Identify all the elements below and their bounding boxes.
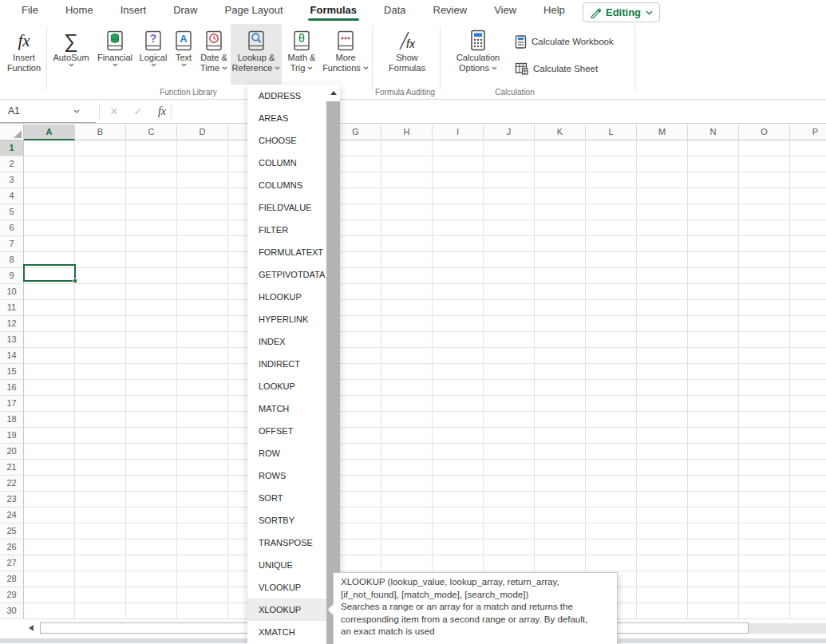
menu-item[interactable]: COLUMNS (247, 174, 326, 196)
row-header[interactable]: 3 (0, 172, 24, 188)
more-functions-button[interactable]: More Functions (321, 24, 370, 85)
row-header[interactable]: 22 (0, 476, 24, 492)
menu-item[interactable]: GETPIVOTDATA (247, 263, 326, 286)
ribbon-tab[interactable]: Formulas (297, 0, 371, 22)
name-box[interactable] (0, 100, 96, 123)
row-header[interactable]: 9 (0, 268, 24, 284)
math-trig-button[interactable]: θ Math & Trig (283, 24, 321, 85)
row-header[interactable]: 12 (0, 316, 24, 332)
menu-item[interactable]: AREAS (247, 107, 326, 129)
row-header[interactable]: 23 (0, 492, 24, 508)
scroll-left-arrow-icon[interactable] (29, 625, 34, 631)
show-formulas-button[interactable]: fx Show Formulas (378, 24, 436, 85)
menu-item[interactable]: INDEX (247, 330, 326, 353)
ribbon-tab[interactable]: Help (530, 0, 579, 22)
menu-item[interactable]: SORT (247, 487, 326, 509)
ribbon-tab[interactable]: Review (420, 0, 481, 22)
ribbon-tab[interactable]: Page Layout (211, 0, 297, 22)
row-header[interactable]: 6 (0, 220, 24, 236)
cells-area[interactable] (24, 140, 826, 619)
menu-item[interactable]: SORTBY (247, 509, 326, 531)
logical-button[interactable]: ? Logical (136, 24, 170, 85)
row-header[interactable]: 24 (0, 508, 24, 523)
ribbon-tab[interactable]: Insert (107, 0, 160, 22)
row-header[interactable]: 21 (0, 460, 24, 476)
menu-item[interactable]: TRANSPOSE (247, 531, 326, 554)
financial-button[interactable]: Financial (93, 24, 136, 85)
row-header[interactable]: 13 (0, 332, 24, 348)
menu-item[interactable]: COLUMN (247, 152, 326, 174)
ribbon-tab[interactable]: Home (52, 0, 107, 22)
row-header[interactable]: 15 (0, 364, 24, 380)
calculate-workbook-button[interactable]: Calculate Workbook (515, 32, 614, 51)
column-header[interactable]: L (586, 124, 637, 140)
menu-item[interactable]: ADDRESS (247, 85, 326, 107)
date-time-button[interactable]: Date & Time (196, 24, 231, 85)
row-header[interactable]: 5 (0, 204, 24, 220)
row-header[interactable]: 25 (0, 523, 24, 539)
column-header[interactable]: M (637, 124, 688, 140)
menu-item[interactable]: MATCH (247, 397, 326, 420)
lookup-reference-button[interactable]: Lookup & Reference (231, 24, 282, 85)
row-header[interactable]: 26 (0, 539, 24, 555)
ribbon-tab[interactable]: File (8, 0, 52, 22)
name-box-input[interactable] (0, 105, 73, 117)
row-header[interactable]: 27 (0, 555, 24, 571)
column-header[interactable]: C (126, 124, 177, 140)
insert-function-fx-button[interactable]: fx (152, 100, 172, 123)
select-all-corner[interactable] (0, 124, 24, 140)
column-header[interactable]: I (433, 124, 484, 140)
row-header[interactable]: 18 (0, 412, 24, 428)
column-header[interactable]: H (381, 124, 433, 140)
ribbon-tab[interactable]: Draw (160, 0, 211, 22)
menu-item[interactable]: ROWS (247, 464, 326, 487)
row-header[interactable]: 8 (0, 252, 24, 268)
calculation-options-button[interactable]: Calculation Options (445, 24, 511, 85)
column-header[interactable]: K (535, 124, 586, 140)
menu-item[interactable]: XLOOKUP (247, 599, 326, 621)
row-header[interactable]: 16 (0, 380, 24, 396)
row-header[interactable]: 20 (0, 444, 24, 460)
column-header[interactable]: B (75, 124, 126, 140)
menu-item[interactable]: ROW (247, 442, 326, 464)
menu-item[interactable]: HLOOKUP (247, 286, 326, 308)
row-header[interactable]: 29 (0, 587, 24, 603)
menu-item[interactable]: CHOOSE (247, 129, 326, 152)
row-header[interactable]: 30 (0, 603, 24, 619)
editing-mode-button[interactable]: Editing (583, 2, 660, 22)
column-header[interactable]: O (739, 124, 790, 140)
calculate-sheet-button[interactable]: Calculate Sheet (515, 59, 614, 78)
menu-item[interactable]: HYPERLINK (247, 308, 326, 330)
cancel-button[interactable]: ✕ (104, 100, 124, 123)
row-header[interactable]: 4 (0, 188, 24, 204)
text-button[interactable]: A Text (169, 24, 198, 85)
scroll-up-button[interactable] (326, 85, 340, 101)
menu-item[interactable]: FORMULATEXT (247, 241, 326, 263)
ribbon-tab[interactable]: Data (370, 0, 419, 22)
enter-button[interactable]: ✓ (128, 100, 148, 123)
menu-item[interactable]: INDIRECT (247, 353, 326, 375)
row-header[interactable]: 1 (0, 140, 24, 156)
fill-handle[interactable] (73, 279, 77, 283)
column-header[interactable]: P (790, 124, 826, 140)
menu-item[interactable]: FILTER (247, 219, 326, 241)
horizontal-scrollbar-track[interactable] (749, 623, 826, 634)
menu-item[interactable]: VLOOKUP (247, 576, 326, 599)
menu-item[interactable]: FIELDVALUE (247, 196, 326, 219)
insert-function-button[interactable]: fx Insert Function (2, 24, 46, 85)
row-header[interactable]: 2 (0, 156, 24, 172)
menu-scrollbar-thumb[interactable] (326, 101, 340, 644)
column-header[interactable]: N (688, 124, 739, 140)
row-header[interactable]: 7 (0, 236, 24, 252)
column-header[interactable]: J (484, 124, 535, 140)
menu-item[interactable]: LOOKUP (247, 375, 326, 397)
menu-item[interactable]: OFFSET (247, 420, 326, 442)
ribbon-tab[interactable]: View (480, 0, 530, 22)
column-header[interactable]: A (24, 124, 75, 140)
row-header[interactable]: 28 (0, 571, 24, 587)
column-header[interactable]: D (177, 124, 228, 140)
row-header[interactable]: 10 (0, 284, 24, 300)
menu-item[interactable]: XMATCH (247, 621, 326, 643)
autosum-button[interactable]: ∑ AutoSum (49, 24, 93, 85)
row-header[interactable]: 11 (0, 300, 24, 316)
